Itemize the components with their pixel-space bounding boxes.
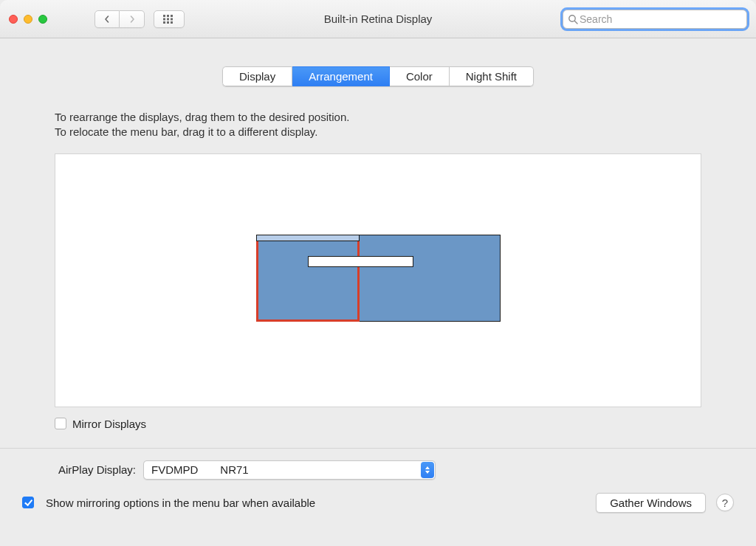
svg-rect-4	[167, 18, 169, 20]
tab-night-shift[interactable]: Night Shift	[450, 66, 534, 86]
mirror-label: Mirror Displays	[72, 418, 146, 430]
show-mirroring-checkbox[interactable]	[22, 497, 34, 508]
arrangement-canvas[interactable]	[55, 153, 701, 407]
search-input[interactable]	[578, 13, 742, 26]
gather-windows-button[interactable]: Gather Windows	[596, 493, 706, 513]
tab-panel: To rearrange the displays, drag them to …	[22, 76, 734, 430]
svg-rect-6	[163, 21, 165, 24]
svg-rect-3	[163, 18, 165, 20]
svg-rect-1	[167, 15, 169, 17]
svg-line-10	[574, 21, 577, 24]
svg-rect-5	[171, 18, 173, 20]
tab-segment: Display Arrangement Color Night Shift	[222, 66, 534, 86]
help-button[interactable]: ?	[716, 494, 734, 511]
bottom-section: AirPlay Display: FVDMPD NR71 Show mirror…	[0, 460, 756, 525]
drag-tooltip	[308, 256, 413, 267]
chevron-left-icon	[103, 15, 111, 23]
zoom-window-button[interactable]	[38, 15, 47, 24]
window-controls	[9, 15, 47, 24]
svg-rect-2	[171, 15, 173, 17]
display-primary[interactable]	[256, 239, 360, 322]
close-window-button[interactable]	[9, 15, 18, 24]
airplay-label: AirPlay Display:	[22, 463, 143, 476]
chevron-right-icon	[128, 15, 136, 23]
search-field[interactable]	[563, 10, 747, 29]
search-wrap	[563, 10, 747, 29]
svg-rect-7	[167, 21, 169, 24]
menu-bar-handle[interactable]	[256, 235, 360, 241]
display-secondary[interactable]	[356, 235, 501, 322]
grid-icon	[163, 15, 175, 24]
mirror-checkbox[interactable]	[55, 418, 66, 429]
show-all-button[interactable]	[154, 10, 185, 28]
svg-rect-0	[163, 15, 165, 17]
tab-display[interactable]: Display	[222, 66, 292, 86]
last-row: Show mirroring options in the menu bar w…	[22, 493, 734, 513]
titlebar: Built-in Retina Display	[0, 0, 756, 38]
back-button[interactable]	[94, 10, 120, 28]
airplay-value: FVDMPD NR71	[151, 463, 249, 476]
tab-arrangement[interactable]: Arrangement	[292, 66, 390, 86]
airplay-popup[interactable]: FVDMPD NR71	[143, 460, 436, 480]
divider	[0, 448, 756, 449]
tab-color[interactable]: Color	[390, 66, 450, 86]
instructions-line2: To relocate the menu bar, drag it to a d…	[55, 125, 701, 139]
airplay-row: AirPlay Display: FVDMPD NR71	[22, 460, 734, 480]
search-icon	[568, 14, 578, 24]
instructions: To rearrange the displays, drag them to …	[22, 76, 734, 146]
show-mirroring-label: Show mirroring options in the menu bar w…	[46, 497, 315, 509]
forward-button[interactable]	[120, 10, 145, 28]
popup-arrows-icon	[421, 462, 434, 478]
nav-segment	[94, 10, 145, 28]
toolbar	[94, 10, 185, 28]
minimize-window-button[interactable]	[24, 15, 32, 24]
svg-rect-8	[171, 21, 173, 24]
instructions-line1: To rearrange the displays, drag them to …	[55, 110, 701, 125]
mirror-row: Mirror Displays	[55, 418, 701, 430]
